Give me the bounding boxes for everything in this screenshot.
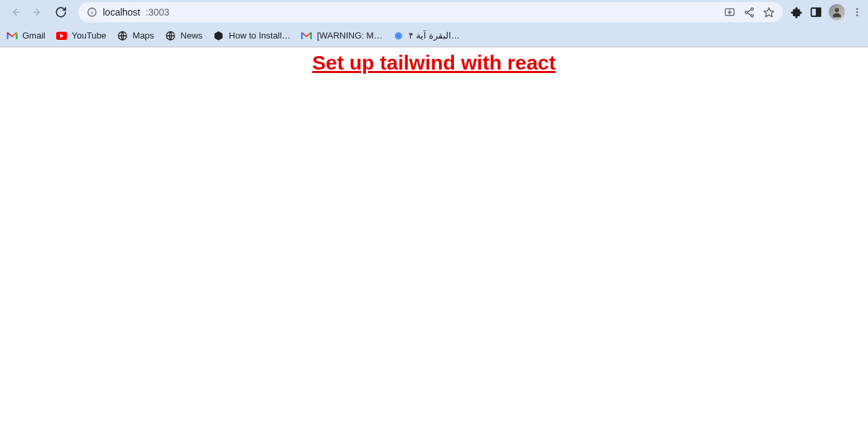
svg-point-15 — [835, 8, 839, 12]
address-bar-actions — [724, 7, 775, 18]
bookmark-gmail[interactable]: Gmail — [7, 30, 45, 41]
globe-icon — [165, 30, 176, 41]
bookmark-label: YouTube — [72, 30, 106, 41]
svg-point-18 — [856, 14, 859, 16]
back-button[interactable] — [5, 3, 24, 22]
page-heading[interactable]: Set up tailwind with react — [0, 51, 868, 74]
toolbar-right-actions — [791, 4, 863, 20]
share-icon[interactable] — [744, 7, 755, 18]
svg-point-17 — [856, 11, 859, 14]
reload-button[interactable] — [51, 3, 70, 22]
svg-marker-12 — [764, 7, 773, 16]
bookmark-label: Gmail — [22, 30, 45, 41]
bookmark-label: News — [181, 30, 203, 41]
bookmark-label: How to Install… — [229, 30, 290, 41]
extensions-icon[interactable] — [791, 6, 803, 18]
avatar-icon — [831, 6, 843, 18]
bookmark-label: البقرة آية ۴… — [409, 30, 459, 41]
bookmark-how-to-install[interactable]: How to Install… — [213, 30, 290, 41]
browser-toolbar: localhost:3003 — [0, 0, 868, 24]
bookmark-arabic[interactable]: البقرة آية ۴… — [393, 30, 459, 41]
svg-marker-23 — [214, 31, 223, 40]
svg-rect-14 — [817, 8, 821, 16]
arrow-right-icon — [32, 6, 44, 18]
bookmark-label: [WARNING: M… — [317, 30, 382, 41]
forward-button[interactable] — [28, 3, 47, 22]
address-bar[interactable]: localhost:3003 — [78, 2, 783, 22]
bookmark-label: Maps — [133, 30, 154, 41]
gmail-icon — [7, 30, 18, 41]
bookmarks-bar: Gmail YouTube Maps News How to Install… … — [0, 24, 868, 47]
bookmark-youtube[interactable]: YouTube — [56, 30, 106, 41]
side-panel-icon[interactable] — [810, 6, 822, 18]
youtube-icon — [56, 30, 67, 41]
bookmark-warning[interactable]: [WARNING: M… — [301, 30, 382, 41]
menu-dots-icon[interactable] — [852, 7, 863, 18]
profile-avatar[interactable] — [829, 4, 845, 20]
bookmark-maps[interactable]: Maps — [117, 30, 154, 41]
globe-icon — [117, 30, 128, 41]
blue-gear-icon — [393, 30, 404, 41]
svg-line-10 — [748, 9, 752, 12]
url-host: localhost — [103, 7, 140, 18]
hex-icon — [213, 30, 224, 41]
page-content: Set up tailwind with react — [0, 47, 868, 74]
star-icon[interactable] — [763, 7, 775, 18]
gmail-icon — [301, 30, 312, 41]
reload-icon — [55, 6, 67, 18]
arrow-left-icon — [9, 6, 21, 18]
svg-point-16 — [856, 8, 859, 10]
svg-line-11 — [748, 13, 752, 16]
url-port: :3003 — [145, 7, 169, 18]
install-icon[interactable] — [724, 7, 735, 18]
svg-rect-25 — [311, 32, 313, 39]
bookmark-news[interactable]: News — [165, 30, 203, 41]
svg-rect-24 — [301, 32, 303, 39]
info-icon — [87, 7, 97, 18]
